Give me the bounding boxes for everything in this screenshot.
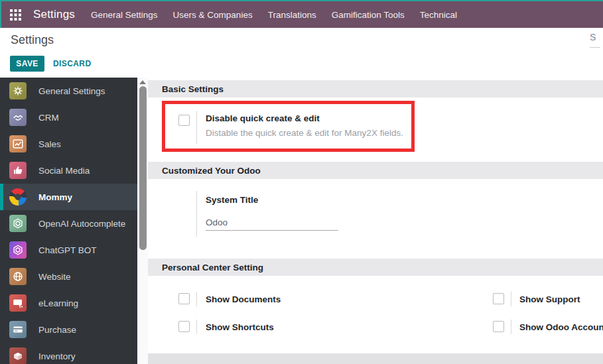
content-scrollbar[interactable] bbox=[137, 78, 148, 364]
system-title-input[interactable] bbox=[206, 216, 338, 231]
sidebar-item-label: Inventory bbox=[38, 351, 76, 361]
gear-icon bbox=[9, 82, 27, 99]
system-title-label: System Title bbox=[206, 195, 258, 205]
apps-grid-icon[interactable] bbox=[10, 9, 21, 21]
sidebar-item-label: eLearning bbox=[38, 298, 78, 308]
sidebar-item-mommy[interactable]: Mommy bbox=[0, 184, 137, 210]
sidebar-item-elearning[interactable]: eLearning bbox=[0, 290, 137, 316]
setting-help-text: Distable the quick create & edit for Man… bbox=[206, 128, 403, 138]
sidebar-item-sales[interactable]: Sales bbox=[0, 131, 137, 157]
scrollbar-up-icon[interactable] bbox=[137, 78, 148, 87]
setting-divider bbox=[196, 320, 197, 334]
section-title: Basic Settings bbox=[162, 84, 224, 94]
breadcrumb-title: Settings bbox=[11, 33, 54, 47]
settings-content: Basic Settings Disable quick create & ed… bbox=[148, 78, 603, 364]
show-odoo-account-label[interactable]: Show Odoo Account bbox=[519, 322, 603, 332]
setting-divider bbox=[196, 111, 197, 144]
search-underline bbox=[590, 47, 600, 48]
line-chart-icon bbox=[9, 135, 27, 152]
scrollbar-thumb[interactable] bbox=[139, 86, 147, 250]
presentation-icon bbox=[9, 294, 27, 312]
menu-users-companies[interactable]: Users & Companies bbox=[173, 10, 253, 20]
handshake-icon bbox=[9, 109, 27, 126]
sidebar-item-label: CRM bbox=[38, 113, 59, 123]
setting-divider bbox=[511, 320, 511, 334]
top-menu: General Settings Users & Companies Trans… bbox=[91, 10, 457, 20]
disable-quick-create-checkbox[interactable] bbox=[178, 115, 190, 126]
search-input-partial[interactable]: S bbox=[590, 32, 602, 42]
setting-divider bbox=[196, 191, 197, 237]
menu-general-settings[interactable]: General Settings bbox=[91, 10, 158, 20]
discard-button[interactable]: DISCARD bbox=[53, 56, 91, 72]
setting-divider bbox=[511, 292, 511, 306]
sidebar-item-label: Mommy bbox=[38, 192, 72, 202]
credit-card-icon bbox=[9, 321, 27, 338]
sidebar-item-crm[interactable]: CRM bbox=[0, 104, 137, 131]
sidebar-item-label: General Settings bbox=[38, 86, 105, 96]
settings-sidebar: General Settings CRM Sales bbox=[0, 78, 137, 364]
setting-label-disable-quick-create[interactable]: Disable quick create & edit bbox=[206, 113, 320, 123]
show-odoo-account-checkbox[interactable] bbox=[493, 321, 504, 332]
section-header-personal-center-setting: Personal Center Setting bbox=[148, 259, 603, 276]
sidebar-item-label: Website bbox=[38, 272, 71, 282]
menu-translations[interactable]: Translations bbox=[268, 10, 316, 20]
openai-icon bbox=[9, 241, 27, 259]
sidebar-item-general-settings[interactable]: General Settings bbox=[0, 78, 137, 104]
show-support-checkbox[interactable] bbox=[493, 293, 504, 304]
sidebar-item-label: OpenAI Autocomplete bbox=[38, 219, 125, 229]
highlight-rectangle: Disable quick create & edit Distable the… bbox=[162, 101, 415, 152]
openai-icon bbox=[9, 215, 27, 232]
show-support-label[interactable]: Show Support bbox=[519, 294, 580, 304]
sidebar-item-website[interactable]: Website bbox=[0, 263, 137, 290]
app-name[interactable]: Settings bbox=[33, 8, 75, 21]
show-documents-label[interactable]: Show Documents bbox=[206, 294, 281, 304]
menu-technical[interactable]: Technical bbox=[420, 10, 457, 20]
sidebar-item-label: ChatGPT BOT bbox=[38, 245, 97, 255]
sidebar-item-openai-autocomplete[interactable]: OpenAI Autocomplete bbox=[0, 210, 137, 237]
section-header-partial bbox=[148, 353, 603, 364]
thumbs-up-icon bbox=[9, 162, 27, 179]
sidebar-item-social-media[interactable]: Social Media bbox=[0, 157, 137, 184]
menu-gamification-tools[interactable]: Gamification Tools bbox=[332, 10, 405, 20]
globe-icon bbox=[9, 268, 27, 285]
section-header-basic-settings: Basic Settings bbox=[148, 80, 603, 97]
sidebar-item-label: Purchase bbox=[38, 325, 76, 335]
show-shortcuts-label[interactable]: Show Shortcuts bbox=[206, 322, 274, 332]
setting-divider bbox=[196, 292, 197, 306]
sidebar-item-label: Sales bbox=[38, 139, 61, 149]
color-swirl-icon bbox=[9, 188, 27, 206]
save-button[interactable]: SAVE bbox=[10, 56, 44, 72]
show-shortcuts-checkbox[interactable] bbox=[178, 321, 190, 332]
settings-page: Settings General Settings Users & Compan… bbox=[0, 0, 603, 364]
sidebar-item-purchase[interactable]: Purchase bbox=[0, 316, 137, 343]
section-title: Customized Your Odoo bbox=[162, 166, 261, 176]
show-documents-checkbox[interactable] bbox=[178, 293, 190, 304]
section-header-customized-your-odoo: Customized Your Odoo bbox=[148, 162, 603, 179]
box-icon bbox=[9, 347, 27, 364]
section-title: Personal Center Setting bbox=[162, 263, 263, 273]
top-navbar: Settings General Settings Users & Compan… bbox=[0, 0, 603, 28]
sidebar-item-label: Social Media bbox=[38, 166, 90, 176]
sidebar-item-chatgpt-bot[interactable]: ChatGPT BOT bbox=[0, 237, 137, 263]
sidebar-item-inventory[interactable]: Inventory bbox=[0, 343, 137, 364]
